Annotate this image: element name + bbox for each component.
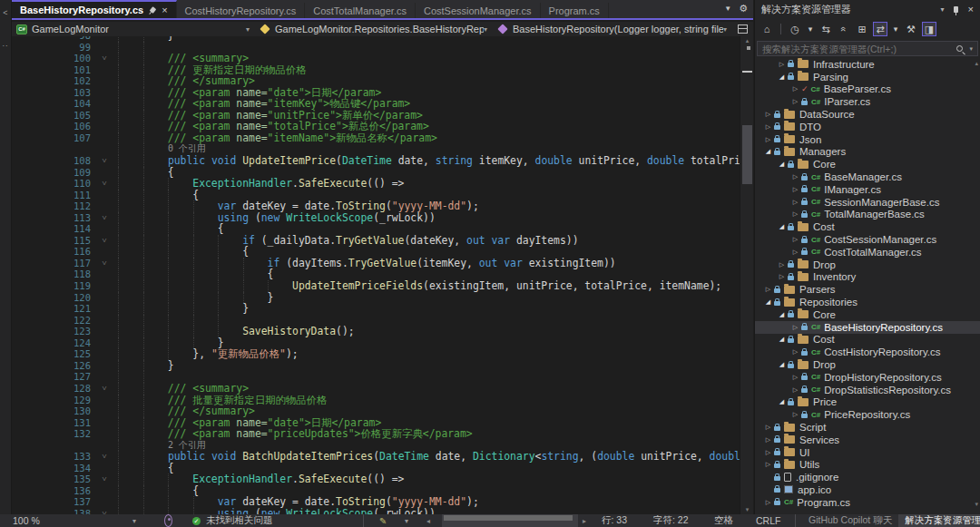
panel-tab-1[interactable]: 解决方案资源管理器 <box>898 514 980 527</box>
tree-collapsed-icon[interactable]: ▷ <box>789 249 801 256</box>
code-line[interactable]: 126 } <box>12 360 740 372</box>
scrollbar-thumb[interactable] <box>742 125 752 184</box>
indent-mode-indicator[interactable]: 空格 <box>714 514 733 527</box>
line-number[interactable]: 128 <box>12 383 91 395</box>
tree-item-Script[interactable]: ▷Script <box>755 421 980 434</box>
tree-item-DropHistoryRepository.cs[interactable]: ▷C#DropHistoryRepository.cs <box>755 371 980 384</box>
pen-edit-icon[interactable]: ✎ <box>379 514 387 527</box>
line-number[interactable]: 127 <box>12 371 91 383</box>
tree-collapsed-icon[interactable]: ▷ <box>789 199 801 206</box>
tree-expanded-icon[interactable]: ◢ <box>776 311 788 318</box>
show-all-files-icon[interactable]: ⊞ <box>855 22 869 36</box>
tree-item-Core[interactable]: ◢Core <box>755 158 980 171</box>
preview-selected-items-icon[interactable]: ◨ <box>922 22 936 36</box>
close-panel-icon[interactable]: × <box>968 4 974 15</box>
properties-wrench-icon[interactable]: ⚒ <box>904 22 918 36</box>
tree-item-TotalManagerBase.cs[interactable]: ▷C#TotalManagerBase.cs <box>755 209 980 221</box>
line-number[interactable]: 110 <box>12 178 91 190</box>
pending-changes-filter-icon[interactable]: ◷ <box>788 22 802 36</box>
collapse-all-icon[interactable]: « <box>837 22 851 36</box>
line-number[interactable]: 115 <box>12 235 91 247</box>
editor-tab-2[interactable]: CostTotalManager.cs <box>305 3 416 18</box>
tree-collapsed-icon[interactable]: ▷ <box>789 386 801 394</box>
line-number[interactable]: 120 <box>12 292 91 304</box>
line-number[interactable]: 136 <box>12 485 91 497</box>
pen-dropdown-icon[interactable]: ▾ <box>405 514 408 527</box>
tree-item-SessionManagerBase.cs[interactable]: ▷C#SessionManagerBase.cs <box>755 196 980 209</box>
fold-arrow-icon[interactable]: ˅ <box>91 178 118 190</box>
tree-collapsed-icon[interactable]: ▷ <box>776 273 788 280</box>
breadcrumb-csharp-project[interactable]: C#GameLogMonitor▾ <box>12 22 255 36</box>
search-dropdown-icon[interactable]: ▾ <box>969 45 973 53</box>
zoom-level[interactable]: 100 % <box>13 514 40 527</box>
panel-menu-dropdown-icon[interactable]: ▾ <box>941 5 945 14</box>
code-editor[interactable]: 98 }99100˅ /// <summary>101 /// 更新指定日期的物… <box>12 36 740 514</box>
health-status-text[interactable]: 未找到相关问题 <box>206 514 273 527</box>
tree-collapsed-icon[interactable]: ▷ <box>762 449 774 456</box>
tree-item-Core[interactable]: ◢Core <box>755 308 980 321</box>
switch-views-icon[interactable]: ⌂ <box>760 22 774 36</box>
editor-tab-0[interactable]: BaseHistoryRepository.cs× <box>12 0 177 18</box>
line-number[interactable]: 112 <box>12 200 91 212</box>
tree-item-Drop[interactable]: ▷Drop <box>755 259 980 271</box>
chevron-down-icon[interactable]: ▾ <box>484 25 487 34</box>
tab-pin-icon[interactable] <box>150 6 157 14</box>
fold-arrow-icon[interactable]: ˅ <box>91 383 118 395</box>
tree-collapsed-icon[interactable]: ▷ <box>776 61 788 68</box>
solution-search-box[interactable]: ▾ <box>757 41 978 56</box>
tree-collapsed-icon[interactable]: ▷ <box>789 348 801 356</box>
line-number[interactable]: 124 <box>12 337 91 349</box>
line-number[interactable]: 117 <box>12 258 91 269</box>
tree-item-CostSessionManager.cs[interactable]: ▷C#CostSessionManager.cs <box>755 233 980 246</box>
tree-item-Drop[interactable]: ◢Drop <box>755 358 980 371</box>
collapsed-left-rail[interactable]: < .. <box>0 0 12 527</box>
tree-item-Cost[interactable]: ◢Cost <box>755 334 980 346</box>
tree-collapsed-icon[interactable]: ▷ <box>789 173 801 181</box>
filter-dropdown-icon[interactable]: ▾ <box>806 22 815 36</box>
tree-collapsed-icon[interactable]: ▷ <box>762 461 774 468</box>
line-number[interactable]: 135 <box>12 473 91 485</box>
zoom-dropdown-icon[interactable]: ▾ <box>132 514 136 527</box>
line-number[interactable]: 123 <box>12 326 91 337</box>
tree-item-Inventory[interactable]: ▷Inventory <box>755 271 980 284</box>
line-number[interactable]: 114 <box>12 223 91 235</box>
panel-tab-0[interactable]: GitHub Copilot 聊天 <box>802 514 898 527</box>
tree-collapsed-icon[interactable]: ▷ <box>762 111 774 118</box>
line-number[interactable]: 101 <box>12 64 91 76</box>
tab-close-icon[interactable]: × <box>162 5 167 15</box>
line-number[interactable]: 103 <box>12 87 91 99</box>
editor-tab-4[interactable]: Program.cs <box>541 3 609 18</box>
line-number[interactable]: 106 <box>12 121 91 132</box>
split-editor-icon[interactable] <box>738 24 748 34</box>
code-line[interactable]: 132 /// <param name="priceUpdates">价格更新字… <box>12 428 740 440</box>
tree-expanded-icon[interactable]: ◢ <box>776 223 788 230</box>
tree-item-Parsers[interactable]: ▷Parsers <box>755 283 980 296</box>
pin-panel-icon[interactable] <box>954 6 958 13</box>
scroll-up-icon[interactable]: ▴ <box>740 37 754 44</box>
line-number[interactable]: 109 <box>12 167 91 179</box>
tree-item-DropStatisticsRepository.cs[interactable]: ▷C#DropStatisticsRepository.cs <box>755 384 980 396</box>
tree-item-.gitignore[interactable]: .gitignore <box>755 471 980 483</box>
code-line[interactable]: 138˅ using (new WriteLockScope(_rwLock)) <box>12 508 740 514</box>
hscroll-right-icon[interactable]: ▸ <box>583 514 586 527</box>
line-ending-indicator[interactable]: CRLF <box>756 514 780 527</box>
sync-dropdown-icon[interactable]: ▾ <box>891 22 900 36</box>
line-number[interactable]: 119 <box>12 280 91 292</box>
tree-item-Price[interactable]: ◢Price <box>755 396 980 409</box>
tree-collapsed-icon[interactable]: ▷ <box>762 424 774 431</box>
editor-tab-1[interactable]: CostHistoryRepository.cs <box>177 3 306 18</box>
line-number[interactable]: 137 <box>12 496 91 508</box>
rail-overflow-icon[interactable]: .. <box>0 39 11 48</box>
tree-item-Infrastructure[interactable]: ▷Infrastructure <box>755 58 980 71</box>
code-line[interactable]: 107 /// <param name="itemName">新物品名称</pa… <box>12 132 740 144</box>
tree-collapsed-icon[interactable]: ▷ <box>776 261 788 268</box>
accessibility-icon[interactable] <box>164 514 172 527</box>
tree-collapsed-icon[interactable]: ▷ <box>789 210 801 218</box>
line-number[interactable]: 134 <box>12 463 91 474</box>
tree-item-Parsing[interactable]: ◢Parsing <box>755 71 980 83</box>
tree-expanded-icon[interactable]: ◢ <box>762 298 774 306</box>
hscroll-thumb[interactable] <box>444 515 573 521</box>
tree-item-BaseParser.cs[interactable]: ▷✓C#BaseParser.cs <box>755 83 980 96</box>
line-number[interactable]: 107 <box>12 132 91 144</box>
tab-list-dropdown-icon[interactable]: ▼ <box>724 5 731 13</box>
